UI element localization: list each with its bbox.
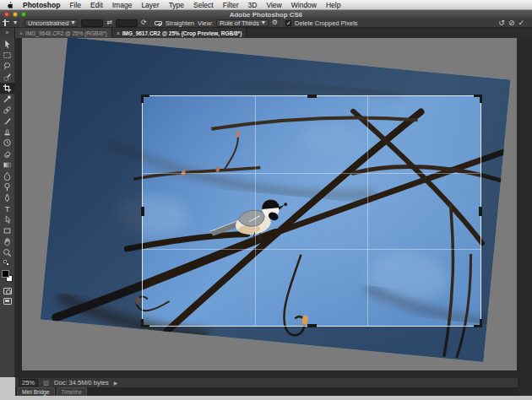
crop-handle-right[interactable] (479, 207, 482, 216)
overlay-options-dropdown[interactable]: Rule of Thirds ▾ (216, 19, 269, 27)
straighten-button[interactable]: Straighten (166, 19, 194, 27)
foreground-color-swatch[interactable] (2, 270, 9, 278)
quick-mask-mode-icon[interactable] (3, 288, 12, 295)
crop-options-bar: ▾ Unconstrained ▾ ⇄ ⟳ Straighten View: R… (0, 19, 532, 28)
commit-crop-icon[interactable]: ✓ (518, 19, 524, 27)
cancel-crop-icon[interactable]: ⊘ (508, 19, 515, 27)
status-divider-icon: ▥ (43, 379, 49, 386)
apple-menu-icon[interactable] (6, 1, 14, 8)
gradient-tool[interactable] (0, 159, 15, 170)
rotate-crop-box-icon[interactable]: ⟳ (141, 19, 147, 26)
menu-item-image[interactable]: Image (112, 1, 133, 9)
window-frame-bottom (0, 396, 532, 400)
straighten-icon (155, 21, 162, 25)
crop-handle-bottom-left[interactable] (141, 319, 149, 327)
chevron-down-icon: ▾ (71, 19, 74, 26)
close-icon[interactable]: × (19, 30, 23, 36)
mini-bridge-panel-tab[interactable]: Mini Bridge (17, 387, 55, 396)
document-size-info: Doc: 34.5M/0 bytes (54, 379, 109, 386)
crop-tool[interactable] (0, 83, 15, 94)
crop-handle-top-left[interactable] (141, 95, 149, 103)
thirds-grid-vertical-2 (367, 96, 368, 326)
crop-bounding-box[interactable] (142, 95, 481, 327)
aspect-ratio-dropdown[interactable]: Unconstrained ▾ (24, 19, 78, 27)
crop-handle-bottom[interactable] (307, 324, 317, 327)
foreground-background-swatches[interactable] (0, 269, 15, 284)
crop-settings-gear-icon[interactable]: ⚙ (272, 19, 278, 26)
menu-item-layer[interactable]: Layer (141, 1, 159, 9)
window-title: Adobe Photoshop CS6 (0, 11, 532, 19)
lasso-tool[interactable] (0, 61, 15, 72)
history-brush-tool[interactable] (0, 138, 15, 149)
aspect-ratio-value: Unconstrained (28, 19, 68, 27)
thirds-grid-horizontal-2 (143, 249, 480, 250)
pen-tool[interactable] (0, 192, 15, 203)
healing-brush-tool[interactable] (0, 105, 15, 116)
crop-handle-top-right[interactable] (474, 95, 482, 103)
tools-panel: T (0, 38, 15, 377)
close-icon[interactable]: × (117, 30, 120, 36)
default-colors-icon[interactable] (3, 260, 12, 267)
svg-text:T: T (5, 205, 10, 214)
hand-tool[interactable] (0, 236, 15, 247)
zoom-level-field[interactable]: 25% (19, 379, 38, 386)
timeline-panel-tab[interactable]: Timeline (57, 387, 87, 396)
path-selection-tool[interactable] (0, 214, 15, 225)
menu-item-window[interactable]: Window (291, 1, 317, 9)
swap-dimensions-icon[interactable]: ⇄ (106, 19, 112, 26)
window-title-bar: Adobe Photoshop CS6 (0, 10, 532, 19)
tab-label: IMG_9648.CR2 @ 25% (RGB/8*) (25, 30, 107, 36)
menu-item-file[interactable]: File (69, 1, 81, 9)
chevron-down-icon: ▾ (262, 19, 265, 26)
status-bar: 25% ▥ Doc: 34.5M/0 bytes ▶ (15, 377, 518, 387)
thirds-grid-horizontal-1 (143, 173, 480, 174)
toolbar-collapse-icon[interactable]: » (0, 28, 15, 38)
mac-menu-bar: Photoshop File Edit Image Layer Type Sel… (0, 0, 532, 10)
menu-item-photoshop[interactable]: Photoshop (23, 1, 60, 9)
quick-selection-tool[interactable] (0, 72, 15, 83)
tab-doc-img9648[interactable]: × IMG_9648.CR2 @ 25% (RGB/8*) (15, 28, 112, 38)
tab-doc-img9617[interactable]: × IMG_9617.CR2 @ 25% (Crop Preview, RGB/… (112, 28, 247, 38)
shape-tool[interactable] (0, 225, 15, 236)
crop-handle-bottom-right[interactable] (474, 319, 482, 327)
document-tab-bar: » × IMG_9648.CR2 @ 25% (RGB/8*) × IMG_96… (0, 28, 532, 38)
menu-item-3d[interactable]: 3D (248, 1, 258, 9)
status-options-arrow-icon[interactable]: ▶ (114, 380, 118, 386)
document-canvas[interactable] (22, 38, 517, 370)
menu-item-select[interactable]: Select (193, 1, 214, 9)
bottom-panel-bar: Mini Bridge Timeline (15, 387, 518, 396)
crop-handle-left[interactable] (141, 207, 144, 216)
blur-tool[interactable] (0, 170, 15, 181)
menu-item-view[interactable]: View (266, 1, 281, 9)
menu-item-edit[interactable]: Edit (90, 1, 103, 9)
window-frame-corner (0, 377, 15, 396)
crop-height-input[interactable] (116, 19, 138, 27)
thirds-grid-vertical-1 (255, 96, 256, 326)
dodge-tool[interactable] (0, 181, 15, 192)
crop-tool-preset-icon[interactable] (3, 19, 10, 27)
menu-item-type[interactable]: Type (169, 1, 184, 9)
menu-item-filter[interactable]: Filter (223, 1, 239, 9)
move-tool[interactable] (0, 39, 15, 50)
crop-width-input[interactable] (81, 19, 103, 27)
eraser-tool[interactable] (0, 149, 15, 159)
overlay-value: Rule of Thirds (220, 19, 259, 27)
view-label: View: (198, 19, 213, 27)
delete-cropped-pixels-checkbox[interactable]: ✓ (285, 20, 291, 26)
clone-stamp-tool[interactable] (0, 127, 15, 138)
menu-item-help[interactable]: Help (326, 1, 340, 9)
tab-label: IMG_9617.CR2 @ 25% (Crop Preview, RGB/8*… (122, 30, 242, 36)
screen-mode-icon[interactable] (3, 298, 12, 305)
type-tool[interactable]: T (0, 203, 15, 214)
delete-cropped-pixels-label: Delete Cropped Pixels (295, 19, 358, 27)
eyedropper-tool[interactable] (0, 94, 15, 105)
reset-crop-icon[interactable]: ↺ (498, 19, 505, 27)
marquee-tool[interactable] (0, 50, 15, 61)
photoshop-window: Photoshop File Edit Image Layer Type Sel… (0, 0, 532, 400)
tool-preset-dropdown-icon[interactable]: ▾ (14, 19, 17, 26)
crop-handle-top[interactable] (307, 95, 317, 98)
zoom-tool[interactable] (0, 247, 15, 258)
brush-tool[interactable] (0, 116, 15, 127)
